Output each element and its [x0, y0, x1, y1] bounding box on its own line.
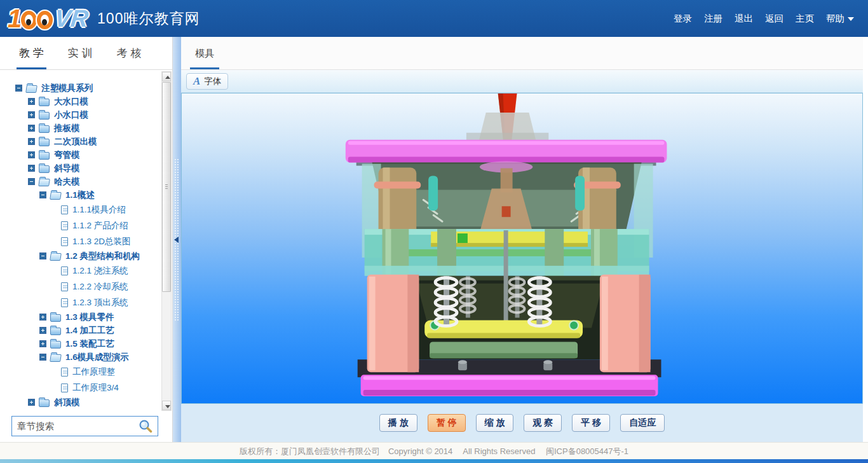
open-folder-icon: [50, 192, 62, 200]
footer: 版权所有：厦门凤凰创壹软件有限公司 Copyright © 2014 All R…: [0, 442, 868, 463]
folder-icon: [39, 152, 50, 160]
collapse-toggle-icon[interactable]: [15, 85, 22, 92]
observe-button[interactable]: 观 察: [524, 414, 562, 432]
expand-toggle-icon[interactable]: [28, 399, 35, 406]
folder-icon: [39, 112, 50, 120]
folder-icon: [39, 125, 50, 133]
panel-splitter[interactable]: [173, 37, 181, 442]
tree-item[interactable]: 1.2 典型结构和机构: [0, 249, 161, 263]
nav-logout[interactable]: 退出: [735, 13, 753, 25]
folder-icon: [39, 139, 50, 146]
expand-toggle-icon[interactable]: [28, 98, 35, 105]
copyright-text: 版权所有：厦门凤凰创壹软件有限公司 Copyright © 2014 All R…: [0, 443, 868, 460]
site-title: 100唯尔教育网: [97, 9, 200, 29]
expand-toggle-icon[interactable]: [28, 138, 35, 145]
tree-item[interactable]: 1.2.2 冷却系统: [0, 279, 161, 294]
course-tree: 注塑模具系列 大水口模 小水口模 推板模 二次顶出模 弯管模 斜导模 哈夫模 1…: [0, 70, 172, 412]
expand-toggle-icon[interactable]: [28, 125, 35, 132]
logo-100vr[interactable]: 1 VR: [8, 4, 88, 33]
tab-mold[interactable]: 模具: [190, 42, 219, 69]
tree-item[interactable]: 1.1概述: [0, 188, 161, 202]
document-icon: [61, 368, 68, 377]
document-icon: [61, 266, 68, 275]
collapse-toggle-icon[interactable]: [39, 252, 46, 259]
tree-item[interactable]: 1.2.1 浇注系统: [0, 263, 161, 279]
tab-teaching[interactable]: 教 学: [17, 39, 46, 69]
document-icon: [61, 298, 68, 307]
scroll-up-button[interactable]: [162, 72, 171, 81]
logo-zero-eye-icon: [37, 11, 53, 29]
zoom-button[interactable]: 缩 放: [476, 414, 514, 432]
tree-item[interactable]: 1.1.2 产品介绍: [0, 218, 161, 233]
nav-home[interactable]: 主页: [796, 13, 814, 25]
search-row: [0, 412, 172, 442]
font-button[interactable]: A 字体: [186, 73, 228, 90]
tree-scrollbar[interactable]: [161, 71, 172, 411]
tree-item[interactable]: 弯管模: [0, 148, 161, 162]
search-input[interactable]: [17, 421, 139, 431]
scroll-down-button[interactable]: [162, 401, 171, 410]
tree-item[interactable]: 哈夫模: [0, 175, 161, 188]
tree-item[interactable]: 1.4 加工工艺: [0, 324, 161, 337]
document-icon: [61, 221, 68, 230]
main-tabstrip: 模具: [181, 37, 863, 70]
collapse-toggle-icon[interactable]: [28, 178, 35, 185]
nav-help[interactable]: 帮助: [826, 13, 854, 25]
nav-register[interactable]: 注册: [704, 13, 722, 25]
expand-toggle-icon[interactable]: [28, 165, 35, 172]
collapse-sidebar-arrow-icon[interactable]: [174, 237, 179, 243]
document-icon: [61, 282, 68, 291]
tree-item[interactable]: 1.2.3 顶出系统: [0, 294, 161, 310]
open-folder-icon: [50, 354, 62, 362]
play-button[interactable]: 播 放: [379, 414, 417, 432]
viewer-toolbar: A 字体: [181, 70, 863, 93]
collapse-toggle-icon[interactable]: [39, 191, 46, 198]
tree-item[interactable]: 斜导模: [0, 162, 161, 175]
mold-3d-viewer[interactable]: [181, 93, 863, 404]
collapse-toggle-icon[interactable]: [39, 354, 46, 361]
tab-assessment[interactable]: 考 核: [114, 39, 144, 69]
top-nav: 登录 注册 退出 返回 主页 帮助: [674, 13, 854, 25]
playback-controls: 播 放 暂 停 缩 放 观 察 平 移 自适应: [181, 404, 863, 442]
tree-item[interactable]: 工作原理3/4: [0, 380, 161, 396]
tree-item[interactable]: 推板模: [0, 121, 161, 135]
chapter-search-box[interactable]: [11, 416, 158, 436]
tab-training[interactable]: 实 训: [65, 39, 95, 69]
expand-toggle-icon[interactable]: [28, 111, 35, 118]
open-folder-icon: [25, 85, 37, 93]
expand-toggle-icon[interactable]: [39, 327, 46, 334]
tree-item[interactable]: 1.1.1模具介绍: [0, 202, 161, 218]
tree-item[interactable]: 1.5 装配工艺: [0, 337, 161, 350]
search-icon[interactable]: [139, 419, 153, 433]
tree-item[interactable]: 注塑模具系列: [0, 81, 161, 95]
folder-icon: [50, 314, 61, 322]
sidebar-tabs: 教 学 实 训 考 核: [0, 37, 172, 70]
tree-item[interactable]: 二次顶出模: [0, 135, 161, 148]
folder-icon: [39, 399, 50, 407]
open-folder-icon: [50, 253, 62, 261]
tree-item[interactable]: 大水口模: [0, 95, 161, 108]
folder-icon: [50, 328, 61, 335]
document-icon: [61, 237, 68, 246]
expand-toggle-icon[interactable]: [28, 151, 35, 158]
tree-item[interactable]: 小水口模: [0, 108, 161, 121]
main-panel: 模具 A 字体: [181, 37, 868, 442]
tree-item[interactable]: 1.1.3 2D总装图: [0, 233, 161, 249]
tree-item[interactable]: 1.3 模具零件: [0, 310, 161, 324]
folder-icon: [50, 341, 61, 349]
scrollbar-thumb[interactable]: [162, 82, 171, 292]
fit-view-button[interactable]: 自适应: [620, 414, 665, 432]
chevron-down-icon: [848, 17, 854, 21]
tree-item[interactable]: 1.6模具成型演示: [0, 350, 161, 364]
pan-button[interactable]: 平 移: [572, 414, 610, 432]
tree-item-selected[interactable]: 工作原理整: [0, 364, 161, 380]
nav-back[interactable]: 返回: [765, 13, 783, 25]
logo-vr-text: VR: [53, 5, 90, 32]
expand-toggle-icon[interactable]: [39, 314, 46, 321]
mold-3d-model[interactable]: [182, 93, 862, 403]
nav-login[interactable]: 登录: [674, 13, 692, 25]
tree-item[interactable]: 斜顶模: [0, 396, 161, 409]
pause-button[interactable]: 暂 停: [428, 414, 466, 432]
document-icon: [61, 205, 68, 214]
expand-toggle-icon[interactable]: [39, 340, 46, 347]
